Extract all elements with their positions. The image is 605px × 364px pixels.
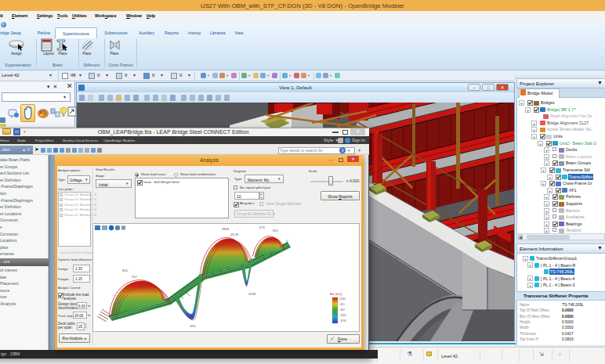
svg-text:655: 655 — [273, 229, 278, 232]
svg-text:2434: 2434 — [339, 297, 346, 301]
svg-text:-18.49: -18.49 — [230, 232, 239, 236]
svg-text:3198: 3198 — [248, 292, 256, 296]
svg-text:952: 952 — [132, 275, 137, 279]
svg-text:-401: -401 — [339, 303, 345, 306]
svg-text:673: 673 — [259, 225, 265, 229]
svg-text:Mz (ft-k): Mz (ft-k) — [330, 292, 342, 296]
svg-text:0: 0 — [286, 239, 288, 243]
svg-text:-2369: -2369 — [339, 314, 346, 317]
svg-text:800: 800 — [122, 268, 128, 272]
svg-text:-3294: -3294 — [339, 319, 346, 323]
svg-text:-484: -484 — [339, 308, 345, 312]
svg-text:4808: 4808 — [222, 227, 230, 231]
svg-text:3/95: 3/95 — [190, 324, 197, 328]
